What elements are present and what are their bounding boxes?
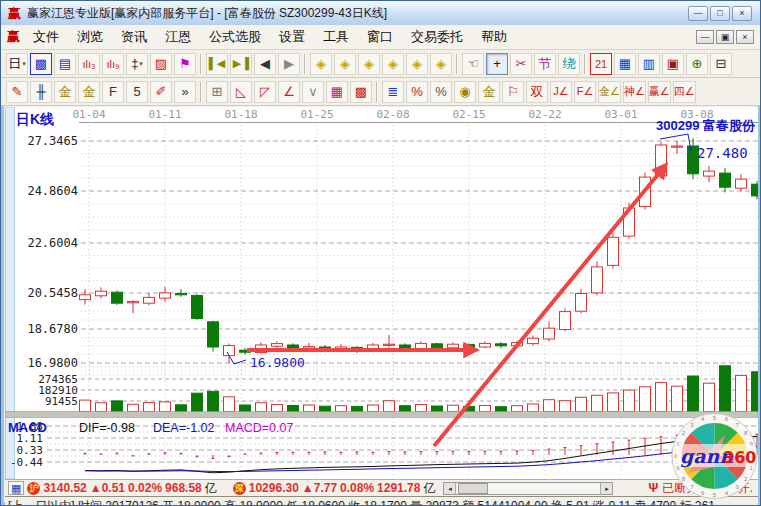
svg-text:01-11: 01-11 <box>148 108 181 121</box>
prev-bar-button[interactable]: ◀ <box>254 53 276 75</box>
pattern-red-icon[interactable]: ▨ <box>150 53 172 75</box>
pin-tool-button[interactable]: ‡▾ <box>126 53 148 75</box>
colorful-flag-icon[interactable]: ⚑ <box>174 53 196 75</box>
quote-table-icon[interactable]: ▦ <box>8 481 24 495</box>
menu-item-9[interactable]: 帮助 <box>472 26 516 48</box>
next-bar-button[interactable]: ▶ <box>278 53 300 75</box>
toolbar-separator <box>376 82 378 102</box>
svg-text:27.3465: 27.3465 <box>27 134 78 148</box>
gold-angle-button[interactable]: 金∠ <box>598 81 621 103</box>
crosshair-tool-button[interactable]: + <box>486 53 508 75</box>
diamond-right-button[interactable]: ◈ <box>334 53 356 75</box>
win-line-button[interactable]: 赢∠ <box>648 81 671 103</box>
first-bar-button[interactable]: ▌◀ <box>206 53 228 75</box>
minimize-button[interactable]: — <box>688 6 708 21</box>
gold-grid-2-button[interactable]: 金 <box>78 81 100 103</box>
svg-text:01-18: 01-18 <box>224 108 257 121</box>
flag-knife-button[interactable]: ⚐ <box>502 81 524 103</box>
menu-item-0[interactable]: 文件 <box>24 26 68 48</box>
festival-tool-button[interactable]: 节 <box>534 53 556 75</box>
wave-tool-button[interactable]: 双 <box>526 81 548 103</box>
sh-amount-unit: 亿 <box>205 480 217 497</box>
menu-item-1[interactable]: 浏览 <box>68 26 112 48</box>
f-line-button[interactable]: F∠ <box>574 81 596 103</box>
draw-brush-button[interactable]: ✎ <box>6 81 28 103</box>
diamond-left2-button[interactable]: ◈ <box>382 53 404 75</box>
gold-circle-button[interactable]: ◉ <box>454 81 476 103</box>
status-bar: ▦ 沪 3140.52 ▲0.51 0.02% 968.58 亿 深 10296… <box>5 479 758 496</box>
sz-index-value: 10296.30 <box>249 481 299 495</box>
fan-box-button[interactable]: ◸ <box>254 81 276 103</box>
hand-tool-button[interactable]: ☜ <box>462 53 484 75</box>
pane-separator[interactable] <box>5 412 758 418</box>
percent-line-button[interactable]: % <box>430 81 452 103</box>
pin-brush-button[interactable]: ✐ <box>150 81 172 103</box>
connection-status[interactable]: Ψ 已断开,双点打开. <box>649 480 753 497</box>
web-mail-button[interactable]: ⊕ <box>686 53 708 75</box>
comb-grid-button[interactable]: ╫ <box>30 81 52 103</box>
menu-bar: 赢 文件浏览资讯江恩公式选股设置工具窗口交易委托帮助 — ▣ × <box>1 25 760 50</box>
gold-grid-button[interactable]: 金 <box>54 81 76 103</box>
last-bar-button[interactable]: ▶▐ <box>230 53 252 75</box>
gold-line-button[interactable]: 金 <box>478 81 500 103</box>
menu-item-3[interactable]: 江恩 <box>156 26 200 48</box>
kline-3-icon[interactable]: ılı₃ <box>78 53 100 75</box>
si-line-button[interactable]: 四∠ <box>673 81 696 103</box>
f-grid-button[interactable]: F <box>102 81 124 103</box>
notes-button[interactable]: ▥ <box>638 53 660 75</box>
antenna-icon: Ψ <box>649 481 659 495</box>
sh-index-value: 3140.52 <box>43 481 86 495</box>
svg-text:22.6004: 22.6004 <box>27 236 78 250</box>
diamond-compress-button[interactable]: ◈ <box>430 53 452 75</box>
h-scrollbar-thumb[interactable] <box>458 483 488 494</box>
svg-text:DIF=-0.98: DIF=-0.98 <box>79 421 135 435</box>
five-grid-button[interactable]: 5 <box>126 81 148 103</box>
child-restore-button[interactable]: ▣ <box>716 30 734 44</box>
print-button[interactable]: ⊟ <box>710 53 732 75</box>
pattern-select-icon[interactable]: ▩ <box>30 53 52 75</box>
chart-area[interactable]: 01-0401-1101-1801-2502-0802-1502-2203-01… <box>5 107 758 479</box>
red-grid-dense-button[interactable]: ▩ <box>350 81 372 103</box>
angle-lines-button[interactable]: ∠ <box>278 81 300 103</box>
period-daily-button[interactable]: 日▾ <box>6 53 28 75</box>
info-panel-icon[interactable]: ▤ <box>54 53 76 75</box>
rect-tool-button[interactable]: ⊞ <box>206 81 228 103</box>
calculator-button[interactable]: ▦ <box>614 53 636 75</box>
j-line-button[interactable]: J∠ <box>550 81 572 103</box>
menu-logo-icon: 赢 <box>7 28 20 46</box>
svg-text:01-04: 01-04 <box>72 108 105 121</box>
more-tools-button[interactable]: » <box>174 81 196 103</box>
kline-chart[interactable]: 01-0401-1101-1801-2502-0802-1502-2203-01… <box>5 107 758 479</box>
kline-9-icon[interactable]: ılı₉ <box>102 53 124 75</box>
menu-item-4[interactable]: 公式选股 <box>200 26 270 48</box>
low-price-annotation: 16.9800 <box>250 355 305 370</box>
sz-amount-unit: 亿 <box>423 480 435 497</box>
maximize-button[interactable]: □ <box>710 6 730 21</box>
scroll-left-button[interactable]: ◂ <box>444 483 456 494</box>
fan-lines-button[interactable]: ◺ <box>230 81 252 103</box>
menu-item-5[interactable]: 设置 <box>270 26 314 48</box>
svg-text:02-08: 02-08 <box>376 108 409 121</box>
menu-item-8[interactable]: 交易委托 <box>402 26 472 48</box>
cut-tool-button[interactable]: ✂ <box>510 53 532 75</box>
child-close-button[interactable]: × <box>736 30 754 44</box>
menu-item-6[interactable]: 工具 <box>314 26 358 48</box>
calendar-21-button[interactable]: 21 <box>590 53 612 75</box>
horizontal-scrollbar[interactable]: ◂ ▸ <box>443 482 613 495</box>
cycle-tool-button[interactable]: 绕 <box>558 53 580 75</box>
child-minimize-button[interactable]: — <box>696 30 714 44</box>
menu-item-7[interactable]: 窗口 <box>358 26 402 48</box>
shen-line-button[interactable]: 神∠ <box>623 81 646 103</box>
diamond-left-button[interactable]: ◈ <box>310 53 332 75</box>
scroll-right-button[interactable]: ▸ <box>600 483 612 494</box>
diamond-cross-button[interactable]: ◈ <box>406 53 428 75</box>
red-grid-button[interactable]: ▦ <box>326 81 348 103</box>
svg-text:24.8604: 24.8604 <box>27 184 78 198</box>
list-levels-button[interactable]: ≣ <box>382 81 404 103</box>
diamond-expand-button[interactable]: ◈ <box>358 53 380 75</box>
percent-retrace-button[interactable]: % <box>406 81 428 103</box>
menu-item-2[interactable]: 资讯 <box>112 26 156 48</box>
save-button[interactable]: ▣ <box>662 53 684 75</box>
wave-check-button[interactable]: ∨ <box>302 81 324 103</box>
close-button[interactable]: × <box>732 6 752 21</box>
